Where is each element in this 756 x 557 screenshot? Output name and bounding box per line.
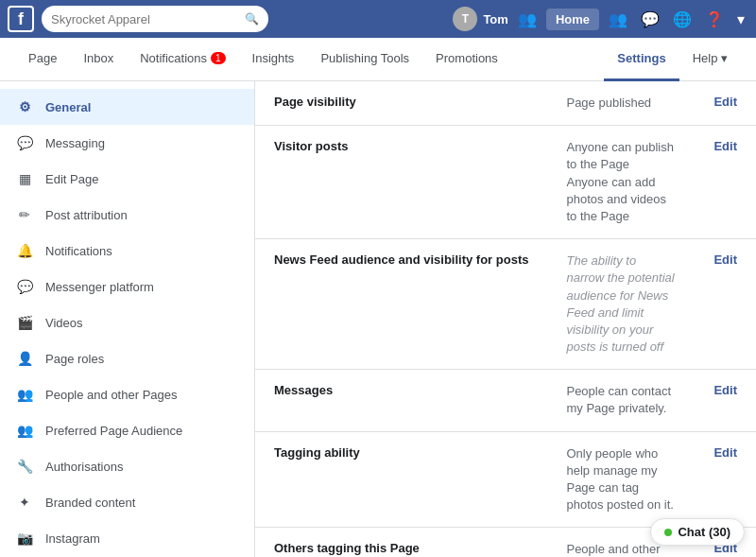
sidebar-label-general: General bbox=[45, 100, 91, 114]
tab-insights[interactable]: Insights bbox=[239, 38, 308, 81]
edit-link[interactable]: Edit bbox=[713, 252, 737, 267]
settings-value: The ability to narrow the potential audi… bbox=[547, 239, 695, 370]
tab-help[interactable]: Help ▾ bbox=[679, 38, 741, 81]
sidebar-label-edit-page: Edit Page bbox=[45, 172, 98, 186]
sidebar-item-general[interactable]: ⚙ General bbox=[0, 89, 254, 125]
nav-tabs: Page Inbox Notifications 1 Insights Publ… bbox=[0, 38, 756, 81]
search-icon: 🔍 bbox=[245, 12, 259, 26]
sidebar-label-people-pages: People and other Pages bbox=[45, 388, 178, 402]
branded-icon: ✦ bbox=[15, 493, 34, 512]
chat-label: Chat (30) bbox=[678, 525, 730, 539]
sidebar-label-page-roles: Page roles bbox=[45, 352, 104, 366]
avatar: T bbox=[453, 7, 477, 31]
sidebar-item-people-pages[interactable]: 👥 People and other Pages bbox=[0, 376, 254, 412]
facebook-logo: f bbox=[8, 6, 34, 32]
friends-icon[interactable]: 👥 bbox=[605, 9, 631, 30]
gear-icon: ⚙ bbox=[15, 97, 34, 116]
sidebar-item-messenger-platform[interactable]: 💬 Messenger platform bbox=[0, 269, 254, 305]
edit-link[interactable]: Edit bbox=[713, 445, 737, 460]
sidebar-label-authorisations: Authorisations bbox=[45, 460, 123, 474]
settings-label: Page visibility bbox=[255, 81, 547, 126]
settings-label: News Feed audience and visibility for po… bbox=[255, 239, 547, 370]
sidebar-label-videos: Videos bbox=[45, 316, 83, 330]
sidebar-item-videos[interactable]: 🎬 Videos bbox=[0, 305, 254, 340]
sidebar-label-preferred-audience: Preferred Page Audience bbox=[45, 424, 182, 438]
chat-icon: 💬 bbox=[15, 133, 34, 152]
sidebar-label-post-attribution: Post attribution bbox=[45, 208, 128, 222]
sidebar-item-authorisations[interactable]: 🔧 Authorisations bbox=[0, 448, 254, 484]
tab-page[interactable]: Page bbox=[15, 38, 70, 81]
edit-page-icon: ▦ bbox=[15, 169, 34, 188]
topbar: f 🔍 T Tom 👥 Home 👥 💬 🌐 ❓ ▾ bbox=[0, 0, 756, 38]
user-name: Tom bbox=[483, 12, 507, 26]
tab-promotions[interactable]: Promotions bbox=[422, 38, 511, 81]
search-input[interactable] bbox=[51, 12, 241, 26]
sidebar-item-branded-content[interactable]: ✦ Branded content bbox=[0, 484, 254, 520]
messenger-icon[interactable]: 💬 bbox=[637, 9, 663, 30]
settings-row: Page visibility Page published Edit bbox=[255, 81, 756, 126]
wrench-icon: 🔧 bbox=[15, 457, 34, 476]
user-icon: 👤 bbox=[15, 349, 34, 368]
sidebar-item-post-attribution[interactable]: ✏ Post attribution bbox=[0, 197, 254, 233]
home-button[interactable]: Home bbox=[546, 9, 599, 30]
help-icon[interactable]: ❓ bbox=[701, 9, 728, 30]
nav-tabs-right: Settings Help ▾ bbox=[604, 38, 741, 81]
sidebar-label-notifications: Notifications bbox=[45, 244, 112, 258]
sidebar-label-branded-content: Branded content bbox=[45, 496, 135, 510]
edit-link[interactable]: Edit bbox=[713, 383, 737, 397]
video-icon: 🎬 bbox=[15, 313, 34, 332]
people-icon: 👥 bbox=[15, 385, 34, 404]
edit-link[interactable]: Edit bbox=[713, 95, 737, 109]
globe-icon[interactable]: 🌐 bbox=[669, 9, 696, 30]
chat-online-dot bbox=[664, 529, 672, 536]
tab-notifications[interactable]: Notifications 1 bbox=[127, 38, 238, 81]
sidebar-item-messaging[interactable]: 💬 Messaging bbox=[0, 125, 254, 161]
bell-icon: 🔔 bbox=[15, 241, 34, 260]
sidebar-item-notifications[interactable]: 🔔 Notifications bbox=[0, 233, 254, 269]
settings-value: People can contact my Page privately. bbox=[547, 370, 695, 431]
settings-label: Messages bbox=[255, 370, 547, 431]
instagram-icon: 📷 bbox=[15, 529, 34, 548]
friend-requests-icon[interactable]: 👥 bbox=[514, 9, 541, 30]
topbar-user: T Tom bbox=[453, 7, 507, 31]
settings-label: Others tagging this Page bbox=[255, 528, 547, 557]
settings-label: Tagging ability bbox=[255, 431, 547, 528]
chevron-down-icon[interactable]: ▾ bbox=[733, 9, 748, 30]
settings-edit-cell: Edit bbox=[695, 126, 756, 239]
settings-edit-cell: Edit bbox=[695, 239, 756, 370]
sidebar-label-messaging: Messaging bbox=[45, 136, 105, 150]
notifications-badge: 1 bbox=[211, 52, 226, 64]
settings-value: Page published bbox=[547, 81, 695, 126]
settings-value: Anyone can publish to the PageAnyone can… bbox=[547, 126, 695, 239]
search-bar[interactable]: 🔍 bbox=[42, 6, 268, 32]
settings-row: Tagging ability Only people who help man… bbox=[255, 431, 756, 528]
settings-value: Only people who help manage my Page can … bbox=[547, 431, 695, 528]
sidebar-item-instagram[interactable]: 📷 Instagram bbox=[0, 520, 254, 556]
settings-label: Visitor posts bbox=[255, 126, 547, 239]
settings-table: Page visibility Page published Edit Visi… bbox=[255, 81, 756, 557]
sidebar-label-messenger-platform: Messenger platform bbox=[45, 280, 154, 294]
edit-link[interactable]: Edit bbox=[713, 139, 737, 153]
audience-icon: 👥 bbox=[15, 421, 34, 440]
settings-edit-cell: Edit bbox=[695, 370, 756, 431]
tab-publishing-tools[interactable]: Publishing Tools bbox=[307, 38, 422, 81]
tab-settings[interactable]: Settings bbox=[604, 38, 679, 81]
settings-main: Page visibility Page published Edit Visi… bbox=[255, 81, 756, 557]
pencil-icon: ✏ bbox=[15, 205, 34, 224]
main-layout: ⚙ General 💬 Messaging ▦ Edit Page ✏ Post… bbox=[0, 81, 756, 557]
settings-row: News Feed audience and visibility for po… bbox=[255, 239, 756, 370]
tab-inbox[interactable]: Inbox bbox=[70, 38, 127, 81]
sidebar-item-page-roles[interactable]: 👤 Page roles bbox=[0, 340, 254, 376]
messenger-icon: 💬 bbox=[15, 277, 34, 296]
sidebar-label-instagram: Instagram bbox=[45, 531, 100, 546]
settings-row: Messages People can contact my Page priv… bbox=[255, 370, 756, 431]
settings-edit-cell: Edit bbox=[695, 431, 756, 528]
sidebar-item-preferred-audience[interactable]: 👥 Preferred Page Audience bbox=[0, 412, 254, 448]
sidebar: ⚙ General 💬 Messaging ▦ Edit Page ✏ Post… bbox=[0, 81, 255, 557]
settings-row: Visitor posts Anyone can publish to the … bbox=[255, 126, 756, 239]
chat-bubble[interactable]: Chat (30) bbox=[650, 518, 745, 546]
sidebar-item-edit-page[interactable]: ▦ Edit Page bbox=[0, 161, 254, 197]
settings-edit-cell: Edit bbox=[695, 81, 756, 126]
topbar-right: T Tom 👥 Home 👥 💬 🌐 ❓ ▾ bbox=[453, 7, 748, 31]
